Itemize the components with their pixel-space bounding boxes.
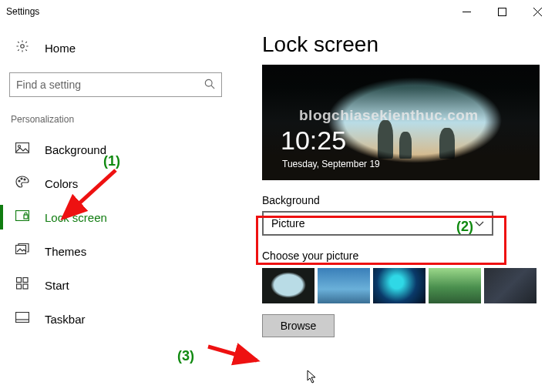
sidebar-item-label: Lock screen — [45, 211, 107, 224]
main-content: Lock screen blogchiasekienthuc.com 10:25… — [231, 23, 555, 392]
svg-rect-19 — [16, 313, 29, 323]
themes-icon — [14, 243, 31, 259]
close-button[interactable] — [520, 0, 555, 23]
svg-rect-16 — [23, 278, 28, 283]
palette-icon — [14, 176, 31, 191]
sidebar-item-lock-screen[interactable]: Lock screen — [0, 200, 222, 234]
section-label: Personalization — [9, 114, 222, 125]
window-controls — [449, 0, 555, 23]
lock-screen-preview: blogchiasekienthuc.com 10:25 Tuesday, Se… — [262, 65, 540, 180]
chevron-down-icon — [475, 217, 484, 230]
svg-rect-7 — [16, 143, 29, 153]
window-title: Settings — [6, 6, 39, 17]
picture-icon — [14, 142, 31, 156]
sidebar-item-label: Background — [45, 143, 106, 156]
svg-point-4 — [21, 45, 25, 49]
svg-point-9 — [18, 180, 20, 182]
home-button[interactable]: Home — [9, 31, 222, 65]
svg-point-11 — [24, 179, 25, 180]
svg-rect-18 — [23, 284, 28, 289]
svg-rect-1 — [498, 8, 506, 15]
svg-rect-17 — [17, 284, 22, 289]
sidebar-item-colors[interactable]: Colors — [0, 166, 222, 200]
choose-picture-label: Choose your picture — [262, 250, 541, 262]
svg-point-5 — [205, 79, 212, 86]
lock-screen-icon — [14, 210, 31, 224]
sidebar-item-themes[interactable]: Themes — [0, 234, 222, 268]
sidebar-item-label: Taskbar — [45, 313, 86, 326]
sidebar-item-label: Start — [45, 279, 69, 292]
taskbar-icon — [14, 312, 31, 326]
start-icon — [14, 277, 31, 293]
sidebar: Home Find a setting Personalization Back… — [0, 23, 231, 392]
titlebar: Settings — [0, 0, 555, 23]
svg-rect-15 — [17, 278, 22, 283]
picture-thumbnail[interactable] — [262, 268, 314, 303]
picture-thumbnail[interactable] — [318, 268, 370, 303]
picture-thumbnail[interactable] — [429, 268, 481, 303]
home-label: Home — [45, 42, 76, 55]
sidebar-item-label: Colors — [45, 177, 78, 190]
search-icon — [204, 79, 215, 92]
sidebar-item-start[interactable]: Start — [0, 268, 222, 302]
sidebar-item-background[interactable]: Background — [0, 132, 222, 166]
background-label: Background — [262, 194, 541, 206]
minimize-button[interactable] — [449, 0, 484, 23]
sidebar-item-taskbar[interactable]: Taskbar — [0, 302, 222, 336]
search-input[interactable]: Find a setting — [9, 72, 222, 97]
maximize-button[interactable] — [484, 0, 520, 23]
svg-point-8 — [18, 146, 21, 148]
dropdown-value: Picture — [271, 217, 305, 230]
picture-thumbnail[interactable] — [373, 268, 426, 303]
watermark-text: blogchiasekienthuc.com — [299, 107, 532, 124]
picture-thumbnails — [262, 268, 541, 303]
preview-date: Tuesday, September 19 — [282, 159, 380, 169]
background-dropdown[interactable]: Picture — [262, 211, 493, 236]
picture-thumbnail[interactable] — [484, 268, 536, 303]
gear-icon — [14, 39, 31, 56]
svg-rect-13 — [24, 215, 28, 219]
svg-line-6 — [211, 85, 214, 89]
search-placeholder: Find a setting — [16, 79, 204, 91]
page-title: Lock screen — [262, 32, 541, 57]
sidebar-item-label: Themes — [45, 245, 86, 258]
preview-time: 10:25 — [281, 126, 346, 156]
browse-button[interactable]: Browse — [262, 314, 335, 337]
svg-point-10 — [21, 178, 22, 179]
